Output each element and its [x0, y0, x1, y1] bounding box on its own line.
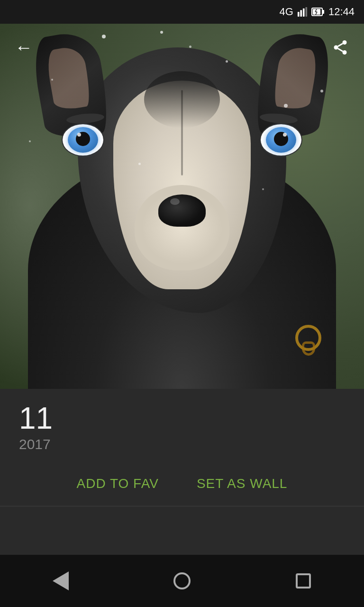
set-as-wall-button[interactable]: SET AS WALL: [197, 476, 288, 491]
add-to-fav-button[interactable]: ADD TO FAV: [77, 476, 159, 491]
svg-line-13: [338, 48, 343, 51]
nav-home-button[interactable]: [163, 562, 201, 600]
back-nav-icon: [53, 571, 69, 590]
back-button[interactable]: ←: [9, 33, 38, 62]
svg-rect-2: [303, 9, 305, 17]
svg-point-10: [343, 40, 347, 45]
share-button[interactable]: [326, 33, 355, 62]
svg-rect-0: [298, 12, 300, 17]
svg-point-11: [334, 46, 338, 50]
share-icon: [332, 39, 349, 56]
svg-rect-3: [305, 7, 307, 17]
info-panel: 11 2017: [0, 389, 364, 462]
signal-bars-icon: [297, 7, 308, 17]
svg-line-14: [338, 44, 343, 46]
battery-icon: [311, 7, 325, 17]
status-bar: 4G 12:44: [0, 0, 364, 24]
svg-rect-1: [300, 10, 302, 17]
recents-nav-icon: [296, 573, 311, 589]
image-number: 11: [19, 403, 345, 433]
home-nav-icon: [173, 572, 191, 589]
husky-image: [0, 24, 364, 389]
nav-recents-button[interactable]: [284, 562, 322, 600]
status-icons: 4G 12:44: [280, 6, 355, 18]
svg-rect-6: [322, 10, 324, 14]
svg-point-12: [343, 50, 347, 55]
back-arrow-icon: ←: [15, 38, 33, 56]
signal-label: 4G: [280, 6, 293, 18]
nav-bar: [0, 555, 364, 607]
clock-label: 12:44: [328, 6, 355, 18]
content-spacer: [0, 507, 364, 555]
action-panel: ADD TO FAV SET AS WALL: [0, 462, 364, 506]
image-container: ←: [0, 24, 364, 389]
image-year: 2017: [19, 436, 345, 452]
nav-back-button[interactable]: [42, 562, 80, 600]
